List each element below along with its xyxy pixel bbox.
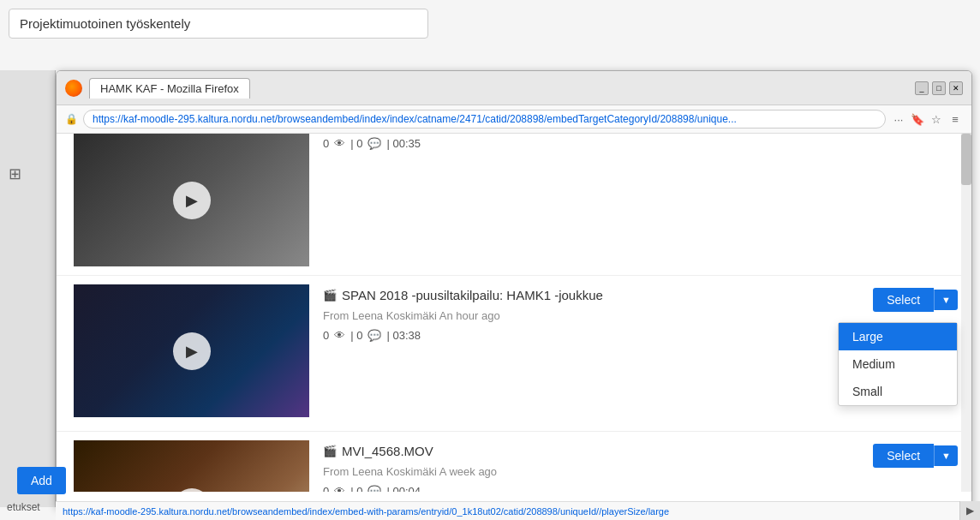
video-info-3: 🎬 MVI_4568.MOV From Leena Koskimäki A we…	[323, 440, 954, 492]
settings-text: etukset	[7, 501, 40, 513]
from-text-3: From Leena Koskimäki	[323, 465, 437, 478]
search-bar[interactable]: Projektimuotoinen työskentely	[9, 9, 428, 39]
close-icon: ✕	[953, 84, 959, 93]
add-button[interactable]: Add	[17, 467, 66, 494]
star-icon[interactable]: ☆	[929, 111, 944, 127]
eye-icon-1: 👁	[334, 137, 345, 150]
video-title-text-2: SPAN 2018 -puusiltakilpailu: HAMK1 -jouk…	[342, 288, 603, 302]
duration-3: | 00:04	[386, 485, 421, 492]
status-url-text: https://kaf-moodle-295.kaltura.nordu.net…	[63, 506, 669, 517]
video-thumbnail-3[interactable]: ▶	[74, 440, 309, 492]
video-info-1: 0 👁 | 0 💬 | 00:35	[323, 134, 954, 150]
video-meta-3: From Leena Koskimäki A week ago	[323, 465, 954, 478]
video-item-2: ▶ 🎬 SPAN 2018 -puusiltakilpailu: HAMK1 -…	[57, 276, 971, 432]
scrollbar-track	[961, 134, 971, 492]
from-text-2: From Leena Koskimäki	[323, 309, 437, 322]
video-stats-3: 0 👁 | 0 💬 | 00:04	[323, 485, 954, 492]
views-count-1: 0	[323, 137, 329, 150]
left-panel: ⊞	[0, 70, 56, 507]
browser-window: HAMK KAF - Mozilla Firefox _ □ ✕ 🔒 https…	[56, 70, 972, 507]
video-title-text-3: MVI_4568.MOV	[342, 444, 433, 458]
video-stats-1: 0 👁 | 0 💬 | 00:35	[323, 137, 954, 150]
grid-icon: ⊞	[9, 164, 43, 190]
select-btn-group-3: Select ▼	[873, 444, 958, 468]
more-options-icon[interactable]: ···	[891, 111, 906, 127]
video-thumbnail-2[interactable]: ▶	[74, 284, 309, 417]
dropdown-item-medium[interactable]: Medium	[839, 350, 957, 378]
comment-icon-3: 💬	[368, 485, 381, 492]
scrollbar-thumb[interactable]	[961, 134, 971, 185]
select-dropdown-arrow-2[interactable]: ▼	[934, 290, 958, 310]
play-button-3[interactable]: ▶	[173, 488, 211, 493]
status-bar: https://kaf-moodle-295.kaltura.nordu.net…	[56, 501, 980, 520]
minimize-icon: _	[919, 84, 923, 93]
scroll-right-button[interactable]: ▶	[959, 501, 980, 520]
from-time-3: A week ago	[439, 465, 497, 478]
separator-1: | 0	[350, 137, 362, 150]
dropdown-arrow-icon-3: ▼	[941, 451, 951, 461]
settings-label: etukset	[7, 501, 40, 513]
dropdown-arrow-icon-2: ▼	[941, 295, 951, 305]
play-icon-2: ▶	[186, 342, 198, 361]
dropdown-item-small[interactable]: Small	[839, 378, 957, 405]
browser-chrome: HAMK KAF - Mozilla Firefox _ □ ✕	[57, 71, 971, 105]
tab-bar: HAMK KAF - Mozilla Firefox	[89, 78, 908, 99]
add-button-label: Add	[31, 474, 52, 487]
minimize-button[interactable]: _	[915, 81, 929, 95]
video-item-3: ▶ 🎬 MVI_4568.MOV From Leena Koskimäki A …	[57, 432, 971, 492]
comment-icon-2: 💬	[368, 329, 381, 342]
play-button-1[interactable]: ▶	[173, 182, 211, 219]
bookmark-icon[interactable]: 🔖	[910, 111, 925, 127]
maximize-icon: □	[936, 84, 941, 93]
lock-icon: 🔒	[65, 113, 78, 125]
address-icons: ··· 🔖 ☆ ≡	[891, 111, 963, 127]
from-time-2: An hour ago	[439, 309, 500, 322]
video-meta-2: From Leena Koskimäki An hour ago	[323, 309, 954, 322]
select-dropdown-menu-2: Large Medium Small	[838, 322, 958, 406]
duration-1: | 00:35	[386, 137, 421, 150]
window-controls: _ □ ✕	[915, 81, 963, 95]
duration-2: | 03:38	[386, 329, 421, 342]
video-type-icon-3: 🎬	[323, 445, 337, 457]
select-button-3[interactable]: Select	[873, 444, 934, 468]
video-title-3: 🎬 MVI_4568.MOV	[323, 444, 954, 458]
dropdown-item-large[interactable]: Large	[839, 323, 957, 350]
scroll-right-icon: ▶	[966, 505, 974, 517]
browser-content: ▶ 0 👁 | 0 💬 | 00:35 ▶	[57, 134, 971, 492]
eye-icon-3: 👁	[334, 485, 345, 492]
address-bar: 🔒 https://kaf-moodle-295.kaltura.nordu.n…	[57, 105, 971, 134]
views-count-2: 0	[323, 329, 329, 342]
select-dropdown-arrow-3[interactable]: ▼	[934, 445, 958, 466]
video-thumbnail-1[interactable]: ▶	[74, 134, 309, 266]
comment-icon-1: 💬	[368, 137, 381, 150]
menu-icon[interactable]: ≡	[947, 111, 963, 127]
address-url-text: https://kaf-moodle-295.kaltura.nordu.net…	[93, 113, 737, 125]
search-text: Projektimuotoinen työskentely	[20, 16, 190, 31]
firefox-icon	[65, 80, 82, 97]
separator-2: | 0	[350, 329, 362, 342]
play-icon-1: ▶	[186, 191, 198, 210]
select-button-2[interactable]: Select	[873, 288, 934, 312]
video-title-2: 🎬 SPAN 2018 -puusiltakilpailu: HAMK1 -jo…	[323, 288, 954, 302]
separator-3: | 0	[350, 485, 362, 492]
tab-title-text: HAMK KAF - Mozilla Firefox	[100, 82, 239, 95]
close-button[interactable]: ✕	[949, 81, 963, 95]
play-button-2[interactable]: ▶	[173, 332, 211, 370]
video-item-1: ▶ 0 👁 | 0 💬 | 00:35	[57, 134, 971, 276]
select-btn-group-2: Select ▼ Large Medium Small	[873, 288, 958, 312]
maximize-button[interactable]: □	[932, 81, 946, 95]
browser-tab[interactable]: HAMK KAF - Mozilla Firefox	[89, 78, 250, 99]
address-input[interactable]: https://kaf-moodle-295.kaltura.nordu.net…	[83, 110, 886, 129]
eye-icon-2: 👁	[334, 329, 345, 342]
video-type-icon-2: 🎬	[323, 289, 337, 302]
views-count-3: 0	[323, 485, 329, 492]
